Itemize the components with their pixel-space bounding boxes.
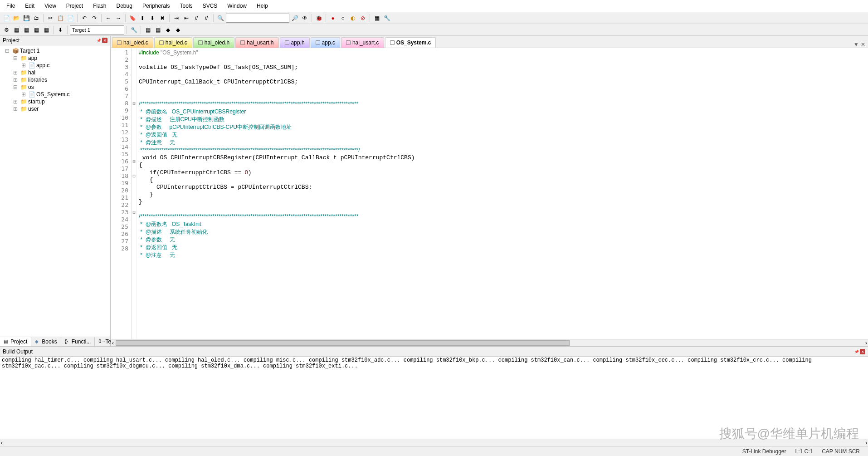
window-icon[interactable]: ▦ [372, 14, 381, 23]
breakpoint-disable-icon[interactable]: ◐ [348, 14, 357, 23]
tab-close-icon[interactable]: ✕ [861, 41, 865, 48]
breakpoint-kill-icon[interactable]: ⊘ [358, 14, 367, 23]
menu-help[interactable]: Help [252, 1, 273, 11]
copy-icon[interactable]: 📋 [56, 14, 65, 23]
expand-icon[interactable]: ⊞ [20, 62, 27, 69]
tree-node[interactable]: ⊞📄OS_System.c [2, 91, 108, 98]
editor-tab[interactable]: OS_System.c [385, 37, 436, 48]
editor-tab[interactable]: app.c [311, 37, 340, 48]
tree-node[interactable]: ⊞📁libraries [2, 76, 108, 83]
proj-tab-books[interactable]: ◆Books [31, 337, 61, 346]
menu-file[interactable]: File [2, 1, 20, 11]
bookmark-next-icon[interactable]: ⬇ [148, 14, 157, 23]
tree-node[interactable]: ⊞📄app.c [2, 62, 108, 69]
tab-dropdown-icon[interactable]: ▼ [853, 41, 859, 48]
bookmark-prev-icon[interactable]: ⬆ [138, 14, 147, 23]
menu-tools[interactable]: Tools [176, 1, 197, 11]
redo-icon[interactable]: ↷ [90, 14, 99, 23]
comment-icon[interactable]: // [192, 14, 201, 23]
expand-icon[interactable]: ⊞ [12, 106, 19, 112]
manage3-icon[interactable]: ◆ [163, 25, 172, 34]
stop-build-icon[interactable]: ▦ [42, 25, 51, 34]
pin-icon[interactable]: 📌 [854, 349, 859, 354]
find-combo[interactable] [226, 14, 289, 23]
menu-debug[interactable]: Debug [112, 1, 137, 11]
manage2-icon[interactable]: ▤ [153, 25, 162, 34]
menu-project[interactable]: Project [62, 1, 88, 11]
editor-tab[interactable]: hal_usart.h [235, 37, 278, 48]
expand-icon[interactable]: ⊟ [12, 84, 19, 90]
paste-icon[interactable]: 📄 [66, 14, 75, 23]
manage-icon[interactable]: ▤ [143, 25, 152, 34]
proj-tab-project[interactable]: ▤Project [0, 337, 31, 346]
nav-fwd-icon[interactable]: → [114, 14, 123, 23]
bookmark-icon[interactable]: 🔖 [128, 14, 137, 23]
breakpoint-enable-icon[interactable]: ○ [338, 14, 347, 23]
translate-icon[interactable]: ⚙ [2, 25, 11, 34]
incremental-find-icon[interactable]: 👁 [300, 14, 309, 23]
download-icon[interactable]: ⬇ [56, 25, 65, 34]
project-tree[interactable]: ⊟📦Target 1⊟📁app⊞📄app.c⊞📁hal⊞📁libraries⊟📁… [0, 45, 110, 337]
tree-node[interactable]: ⊟📁os [2, 83, 108, 91]
menu-window[interactable]: Window [223, 1, 251, 11]
nav-back-icon[interactable]: ← [104, 14, 113, 23]
expand-icon[interactable]: ⊞ [12, 98, 19, 105]
editor-tab[interactable]: hal_oled.c [112, 37, 153, 48]
batch-build-icon[interactable]: ▦ [32, 25, 41, 34]
new-icon[interactable]: 📄 [2, 14, 11, 23]
fold-gutter[interactable]: ⊟⊟⊟⊟ [132, 48, 137, 339]
pin-icon[interactable]: 📌 [96, 38, 102, 43]
cut-icon[interactable]: ✂ [46, 14, 55, 23]
code-content[interactable]: #include "OS_System.h" volatile OS_TaskT… [137, 48, 868, 339]
tree-node[interactable]: ⊞📁startup [2, 98, 108, 105]
save-icon[interactable]: 💾 [22, 14, 31, 23]
undo-icon[interactable]: ↶ [80, 14, 89, 23]
config-icon[interactable]: 🔧 [382, 14, 391, 23]
rebuild-icon[interactable]: ▦ [22, 25, 31, 34]
scroll-right-icon[interactable]: › [864, 440, 868, 446]
expand-icon[interactable]: ⊟ [12, 55, 19, 61]
tree-node[interactable]: ⊟📦Target 1 [2, 47, 108, 54]
uncomment-icon[interactable]: // [202, 14, 211, 23]
editor-tab[interactable]: hal_oled.h [193, 37, 234, 48]
build-output-text[interactable]: compiling hal_timer.c... compiling hal_u… [0, 357, 868, 439]
tree-node[interactable]: ⊞📁user [2, 105, 108, 113]
close-icon[interactable]: ✕ [102, 38, 107, 43]
expand-icon[interactable]: ⊞ [12, 69, 19, 76]
menu-peripherals[interactable]: Peripherals [138, 1, 175, 11]
expand-icon[interactable]: ⊞ [20, 91, 27, 98]
scroll-left-icon[interactable]: ‹ [0, 440, 4, 446]
manage4-icon[interactable]: ◆ [173, 25, 182, 34]
find-icon[interactable]: 🔍 [216, 14, 225, 23]
menu-edit[interactable]: Edit [20, 1, 39, 11]
open-icon[interactable]: 📂 [12, 14, 21, 23]
code-editor[interactable]: 1234567891011121314151617181920212223242… [111, 48, 868, 339]
tree-node[interactable]: ⊞📁hal [2, 69, 108, 76]
options-icon[interactable]: 🔧 [129, 25, 138, 34]
bookmark-clear-icon[interactable]: ✖ [158, 14, 167, 23]
scroll-right-icon[interactable]: › [864, 340, 868, 346]
find-in-files-icon[interactable]: 🔎 [290, 14, 299, 23]
scroll-left-icon[interactable]: ‹ [111, 340, 115, 346]
scrollbar-thumb[interactable] [116, 340, 570, 346]
expand-icon[interactable]: ⊞ [12, 77, 19, 83]
indent-icon[interactable]: ⇥ [172, 14, 181, 23]
horizontal-scrollbar[interactable]: ‹ › [111, 339, 868, 346]
menu-svcs[interactable]: SVCS [198, 1, 222, 11]
menu-view[interactable]: View [40, 1, 61, 11]
editor-tab[interactable]: app.h [280, 37, 310, 48]
saveall-icon[interactable]: 🗂 [32, 14, 41, 23]
close-icon[interactable]: ✕ [860, 349, 865, 354]
proj-tab-functions[interactable]: {}Functi... [61, 337, 95, 346]
outdent-icon[interactable]: ⇤ [182, 14, 191, 23]
expand-icon[interactable]: ⊟ [4, 48, 11, 54]
build-scrollbar[interactable]: ‹ › [0, 439, 868, 446]
target-combo[interactable] [70, 25, 124, 34]
breakpoint-icon[interactable]: ● [328, 14, 337, 23]
menu-flash[interactable]: Flash [88, 1, 111, 11]
build-icon[interactable]: ▦ [12, 25, 21, 34]
editor-tab[interactable]: hal_led.c [154, 37, 192, 48]
editor-tab[interactable]: hal_usart.c [341, 37, 384, 48]
tree-node[interactable]: ⊟📁app [2, 54, 108, 62]
debug-icon[interactable]: 🐞 [314, 14, 323, 23]
